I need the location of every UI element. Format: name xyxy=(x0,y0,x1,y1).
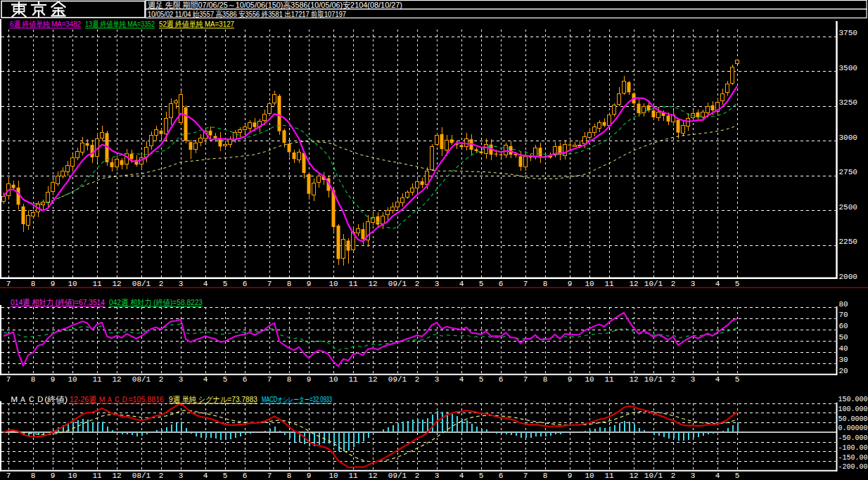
svg-text:9: 9 xyxy=(568,280,573,288)
svg-text:30: 30 xyxy=(839,356,848,364)
svg-text:10: 10 xyxy=(68,375,77,384)
svg-text:11: 11 xyxy=(92,472,102,480)
svg-text:9: 9 xyxy=(307,375,312,384)
svg-text:08/1: 08/1 xyxy=(132,472,151,480)
svg-text:7: 7 xyxy=(6,280,11,288)
svg-text:12: 12 xyxy=(629,280,638,288)
svg-text:11: 11 xyxy=(348,472,358,480)
svg-text:7: 7 xyxy=(523,472,528,480)
svg-text:8: 8 xyxy=(543,280,548,288)
svg-text:4: 4 xyxy=(715,280,720,288)
svg-text:9: 9 xyxy=(568,375,573,384)
svg-text:10: 10 xyxy=(585,280,594,288)
svg-text:042週 相対力 (終値)=58.8223: 042週 相対力 (終値)=58.8223 xyxy=(109,298,203,306)
svg-text:4: 4 xyxy=(459,280,464,288)
svg-text:2: 2 xyxy=(671,375,676,384)
svg-text:2250: 2250 xyxy=(839,238,857,246)
svg-text:-200.00: -200.00 xyxy=(838,462,868,471)
svg-text:7: 7 xyxy=(523,375,528,384)
svg-text:3: 3 xyxy=(179,375,184,384)
svg-text:MACDオシレーター=32.0933: MACDオシレーター=32.0933 xyxy=(262,396,332,403)
svg-text:7: 7 xyxy=(267,375,272,384)
svg-text:09/1: 09/1 xyxy=(388,280,407,288)
svg-text:2: 2 xyxy=(159,280,164,288)
svg-text:4: 4 xyxy=(715,472,720,480)
svg-text:11: 11 xyxy=(348,280,358,288)
svg-text:11: 11 xyxy=(604,375,614,384)
svg-text:8: 8 xyxy=(31,280,36,288)
svg-text:6: 6 xyxy=(499,280,504,288)
svg-text:3750: 3750 xyxy=(839,29,857,37)
svg-text:2750: 2750 xyxy=(839,168,857,176)
svg-text:5: 5 xyxy=(223,280,228,288)
svg-text:40: 40 xyxy=(839,344,848,353)
svg-text:3: 3 xyxy=(435,375,440,384)
svg-text:4: 4 xyxy=(203,280,208,288)
svg-text:3: 3 xyxy=(435,472,440,480)
svg-text:3500: 3500 xyxy=(839,64,857,72)
svg-text:週足 先限 期間07/06/25～10/05/06(150: 週足 先限 期間07/06/25～10/05/06(150)高3586(10/0… xyxy=(148,1,402,9)
svg-text:12: 12 xyxy=(629,375,638,384)
svg-text:09/1: 09/1 xyxy=(388,375,407,384)
svg-text:60: 60 xyxy=(839,322,848,330)
svg-text:12: 12 xyxy=(368,280,377,288)
svg-text:10: 10 xyxy=(328,472,338,480)
svg-text:9: 9 xyxy=(307,280,312,288)
svg-text:2: 2 xyxy=(415,472,420,480)
svg-text:12: 12 xyxy=(112,472,121,480)
svg-text:12: 12 xyxy=(112,375,121,384)
svg-text:11: 11 xyxy=(604,472,614,480)
svg-text:11: 11 xyxy=(604,280,614,288)
svg-text:10: 10 xyxy=(585,472,594,480)
svg-text:3: 3 xyxy=(435,280,440,288)
svg-text:3: 3 xyxy=(691,472,696,480)
svg-text:10/05/02 11/04 始3557 高3586 安35: 10/05/02 11/04 始3557 高3586 安3556 終3581 出… xyxy=(148,10,346,18)
svg-text:6: 6 xyxy=(499,472,504,480)
svg-text:2: 2 xyxy=(415,280,420,288)
svg-text:7: 7 xyxy=(267,280,272,288)
svg-text:4: 4 xyxy=(715,375,720,384)
svg-text:08/1: 08/1 xyxy=(132,280,151,288)
svg-text:13週 終値単純 MA=3352: 13週 終値単純 MA=3352 xyxy=(85,20,155,28)
svg-text:5: 5 xyxy=(479,472,484,480)
svg-text:2: 2 xyxy=(159,375,164,384)
svg-text:014週 相対力 (終値)=67.3514: 014週 相対力 (終値)=67.3514 xyxy=(11,298,105,306)
svg-text:3000: 3000 xyxy=(839,134,857,142)
svg-text:8: 8 xyxy=(287,280,292,288)
svg-text:9: 9 xyxy=(51,375,56,384)
svg-text:4: 4 xyxy=(203,375,208,384)
svg-text:7: 7 xyxy=(6,472,11,480)
svg-text:20: 20 xyxy=(839,367,848,375)
svg-text:6: 6 xyxy=(243,375,248,384)
svg-text:3: 3 xyxy=(691,375,696,384)
svg-text:3: 3 xyxy=(179,280,184,288)
svg-text:3250: 3250 xyxy=(839,98,857,107)
svg-text:-150.00: -150.00 xyxy=(838,453,868,462)
svg-text:09/1: 09/1 xyxy=(388,472,407,480)
svg-text:80: 80 xyxy=(839,300,848,309)
svg-text:52週 終値単純 MA=3127: 52週 終値単純 MA=3127 xyxy=(159,20,234,28)
svg-text:70: 70 xyxy=(839,311,848,319)
svg-text:11: 11 xyxy=(92,375,102,384)
svg-text:5: 5 xyxy=(735,472,740,480)
svg-text:50: 50 xyxy=(839,333,848,342)
svg-text:8: 8 xyxy=(31,375,36,384)
svg-text:5: 5 xyxy=(223,472,228,480)
svg-text:3: 3 xyxy=(691,280,696,288)
svg-text:4: 4 xyxy=(459,472,464,480)
svg-text:12: 12 xyxy=(368,472,377,480)
svg-text:3: 3 xyxy=(179,472,184,480)
svg-text:6週 終値単純 MA=3482: 6週 終値単純 MA=3482 xyxy=(10,20,81,28)
svg-text:2: 2 xyxy=(415,375,420,384)
svg-text:5: 5 xyxy=(223,375,228,384)
svg-text:12: 12 xyxy=(368,375,377,384)
svg-text:11: 11 xyxy=(92,280,102,288)
svg-text:7: 7 xyxy=(267,472,272,480)
svg-text:10/1: 10/1 xyxy=(644,280,663,288)
svg-text:2: 2 xyxy=(159,472,164,480)
svg-text:10/1: 10/1 xyxy=(644,472,663,480)
svg-text:9: 9 xyxy=(51,280,56,288)
svg-text:10: 10 xyxy=(68,280,77,288)
svg-text:2500: 2500 xyxy=(839,203,857,212)
svg-text:11: 11 xyxy=(348,375,358,384)
